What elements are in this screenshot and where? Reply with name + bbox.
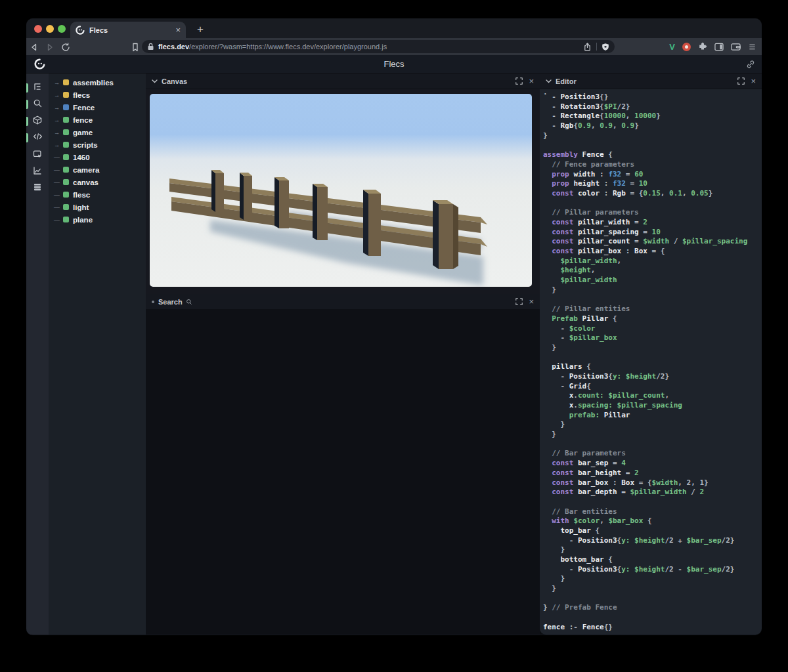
tree-item-label: canvas [73, 178, 98, 186]
code-line: prop height : f32 = 10 [543, 179, 762, 189]
code-line: - Rectangle{10000, 10000} [543, 112, 762, 121]
chevron-down-icon[interactable] [152, 79, 158, 83]
stack-tool-icon[interactable] [26, 182, 49, 197]
inspector-tool-icon[interactable] [26, 150, 49, 164]
leaf-dash-icon: — [54, 204, 63, 211]
address-bar[interactable]: flecs.dev/explorer/?wasm=https://www.fle… [142, 40, 615, 53]
fence-3d-render[interactable] [150, 94, 532, 287]
editor-close-icon[interactable]: × [751, 77, 756, 85]
entity-tree: →assemblies→flecs→Fence→fence→game→scrip… [49, 74, 146, 635]
tab-close-icon[interactable]: × [175, 26, 181, 34]
flecs-favicon-icon [76, 26, 85, 35]
code-line: const bar_depth = $pillar_width / 2 [543, 488, 762, 497]
canvas-close-icon[interactable]: × [529, 77, 534, 85]
entity-square-icon [63, 192, 69, 198]
app-header: Flecs [26, 55, 762, 74]
traffic-light-zoom-icon[interactable] [58, 25, 66, 33]
code-line: const color : Rgb = {0.15, 0.1, 0.05} [543, 189, 762, 199]
code-line: // Pillar entities [543, 304, 762, 314]
lock-icon [147, 43, 154, 51]
code-tool-icon[interactable] [26, 132, 49, 146]
code-line [543, 140, 762, 150]
puzzle-extensions-icon[interactable] [698, 42, 707, 51]
share-icon[interactable] [583, 43, 592, 51]
editor-fullscreen-icon[interactable] [737, 75, 745, 87]
tree-item-1460[interactable]: —1460 [49, 151, 146, 163]
new-tab-button[interactable]: + [192, 22, 209, 38]
tab-flecs[interactable]: Flecs × [70, 22, 186, 38]
chevron-down-icon[interactable] [546, 79, 552, 83]
tree-item-canvas[interactable]: —canvas [49, 176, 146, 188]
traffic-light-close-icon[interactable] [34, 25, 42, 33]
extensions-row: V [669, 38, 756, 55]
scrolled-text-remnant: . [543, 89, 548, 96]
code-line: } [543, 420, 762, 430]
forward-button[interactable] [42, 41, 58, 52]
entity-square-icon [63, 217, 69, 222]
vue-devtools-extension-icon[interactable]: V [669, 42, 675, 52]
code-line: assembly Fence { [543, 150, 762, 160]
expand-arrow-icon[interactable]: → [54, 117, 63, 123]
search-close-icon[interactable]: × [529, 298, 534, 306]
editor-column: Editor × . - Position3{} - Rotation3{$PI… [540, 74, 762, 635]
code-line [543, 613, 762, 623]
expand-arrow-icon[interactable]: → [54, 92, 63, 98]
tree-item-label: scripts [73, 141, 98, 149]
tree-item-label: Fence [73, 104, 95, 112]
tree-item-scripts[interactable]: →scripts [49, 138, 146, 151]
code-line: } [543, 343, 762, 353]
tree-item-game[interactable]: →game [49, 126, 146, 138]
tree-item-light[interactable]: —light [49, 201, 146, 213]
menu-icon[interactable] [748, 43, 756, 51]
tree-item-flecs[interactable]: →flecs [49, 89, 146, 101]
code-line: - $pillar_box [543, 333, 762, 343]
code-editor[interactable]: . - Position3{} - Rotation3{$PI/2} - Rec… [540, 89, 762, 635]
search-fullscreen-icon[interactable] [515, 296, 523, 308]
bookmark-icon[interactable] [127, 41, 143, 52]
code-content: - Position3{} - Rotation3{$PI/2} - Recta… [540, 89, 762, 633]
search-panel-body[interactable] [146, 310, 540, 635]
tree-item-label: fence [73, 116, 93, 124]
code-line: // Bar parameters [543, 449, 762, 459]
wallet-icon[interactable] [731, 43, 741, 51]
code-line: x.spacing: $pillar_spacing [543, 401, 762, 411]
code-line: $height, [543, 266, 762, 276]
content-area: →assemblies→flecs→Fence→fence→game→scrip… [26, 74, 762, 635]
code-line: with $color, $bar_box { [543, 516, 762, 526]
reload-button[interactable] [58, 41, 74, 52]
tree-item-Fence[interactable]: →Fence [49, 101, 146, 114]
expand-arrow-icon[interactable]: → [54, 129, 63, 136]
code-line: - Position3{y: $height/2} [543, 372, 762, 382]
code-line: } [543, 131, 762, 141]
brave-shield-icon[interactable] [602, 43, 609, 51]
tree-item-plane[interactable]: —plane [49, 213, 146, 226]
tree-item-camera[interactable]: —camera [49, 163, 146, 176]
tree-item-flesc[interactable]: —flesc [49, 188, 146, 201]
expand-arrow-icon[interactable]: → [54, 79, 63, 86]
code-line [543, 295, 762, 304]
entity-square-icon [63, 129, 69, 135]
cube-3d-icon[interactable] [26, 116, 49, 130]
search-tool-icon[interactable] [26, 98, 49, 113]
code-line: // Pillar parameters [543, 208, 762, 218]
tree-item-fence[interactable]: →fence [49, 114, 146, 126]
back-button[interactable] [26, 41, 42, 52]
code-line: const bar_height = 2 [543, 469, 762, 478]
code-line: fence :- Fence{} [543, 623, 762, 633]
hierarchy-tree-icon[interactable] [26, 82, 49, 96]
tree-item-assemblies[interactable]: →assemblies [49, 76, 146, 89]
canvas-fullscreen-icon[interactable] [515, 75, 523, 87]
panel-collapsed-dot-icon[interactable] [152, 301, 154, 303]
expand-arrow-icon[interactable]: → [54, 104, 63, 111]
traffic-light-minimize-icon[interactable] [46, 25, 54, 33]
link-icon[interactable] [746, 60, 755, 69]
code-line: top_bar { [543, 526, 762, 536]
chart-tool-icon[interactable] [26, 166, 49, 180]
expand-arrow-icon[interactable]: → [54, 142, 63, 148]
entity-square-icon [63, 142, 69, 148]
code-line: const bar_sep = 4 [543, 459, 762, 469]
page-title: Flecs [26, 59, 762, 69]
code-line [543, 594, 762, 604]
red-extension-icon[interactable] [682, 43, 691, 51]
sidebar-panel-icon[interactable] [714, 43, 724, 51]
